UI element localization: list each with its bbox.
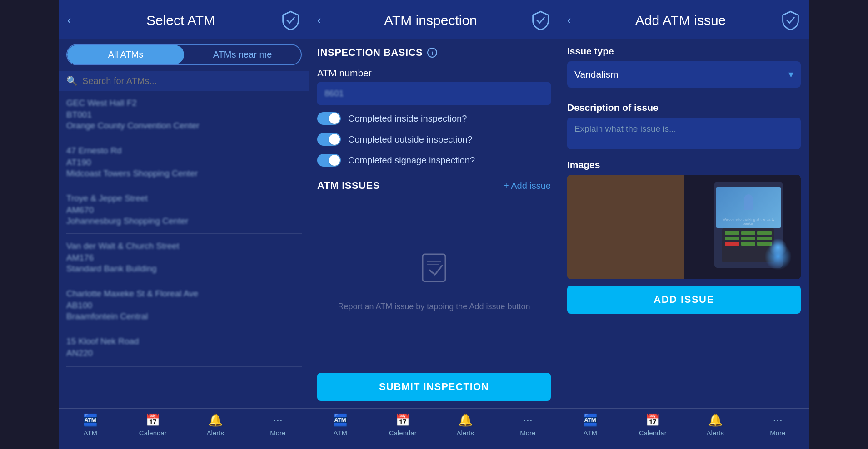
toggle-outside: Completed outside inspection? — [317, 133, 551, 146]
tab-atms-near-me[interactable]: ATMs near me — [184, 45, 301, 64]
atm-location: Midcoast Towers Shopping Center — [66, 168, 302, 178]
nav-more-label: More — [770, 429, 785, 437]
nav-more-label: More — [270, 429, 285, 437]
list-item[interactable]: GEC West Hall F2 BT001 Orange County Con… — [66, 91, 302, 138]
atm-number-label: ATM number — [309, 63, 559, 82]
keypad-btn — [725, 231, 739, 235]
atm-nav-icon: 🏧 — [83, 413, 98, 427]
back-button[interactable]: ‹ — [67, 13, 81, 27]
more-nav-icon: ··· — [273, 413, 283, 427]
shield-logo-icon — [780, 10, 801, 30]
nav-item-calendar[interactable]: 📅 Calendar — [372, 413, 434, 443]
atm-code: AM670 — [66, 205, 302, 215]
keypad-btn-red — [725, 242, 739, 246]
nav-item-alerts[interactable]: 🔔 Alerts — [184, 413, 247, 443]
list-item[interactable]: 15 Kloof Nek Road AN220 — [66, 329, 302, 367]
toggle-signage-switch[interactable] — [317, 154, 341, 167]
nav-item-atm[interactable]: 🏧 ATM — [309, 413, 372, 443]
nav-atm-label: ATM — [583, 429, 597, 437]
list-item[interactable]: Van der Walt & Church Street AM176 Stand… — [66, 234, 302, 281]
issue-type-dropdown[interactable]: Vandalism ▾ — [567, 61, 801, 88]
info-icon[interactable]: i — [427, 48, 437, 58]
toggle-knob — [329, 134, 340, 145]
list-item[interactable]: 47 Ernesto Rd AT190 Midcoast Towers Shop… — [66, 138, 302, 186]
empty-issues-state: Report an ATM issue by tapping the Add i… — [309, 197, 559, 365]
nav-item-atm[interactable]: 🏧 ATM — [59, 413, 122, 443]
search-bar: 🔍 — [59, 71, 309, 91]
screen-text: Welcome to banking at the party banker — [718, 217, 778, 226]
nav-item-alerts[interactable]: 🔔 Alerts — [434, 413, 497, 443]
nav-item-atm[interactable]: 🏧 ATM — [559, 413, 622, 443]
keypad-btn — [757, 231, 772, 235]
atm-number-field[interactable]: 8601 — [317, 82, 551, 105]
blue-glow-2 — [769, 238, 787, 257]
atm-code: AM176 — [66, 253, 302, 263]
search-icon: 🔍 — [66, 75, 78, 86]
atm-location: Braamfontein Central — [66, 311, 302, 321]
more-nav-icon: ··· — [523, 413, 533, 427]
toggle-knob — [329, 113, 340, 124]
atm-location: Standard Bank Building — [66, 264, 302, 274]
toggle-outside-switch[interactable] — [317, 133, 341, 146]
search-input[interactable] — [82, 76, 302, 86]
screen1-title: Select ATM — [81, 13, 280, 28]
alerts-nav-icon: 🔔 — [708, 413, 723, 427]
empty-issues-text: Report an ATM issue by tapping the Add i… — [338, 301, 530, 313]
nav-item-more[interactable]: ··· More — [497, 413, 559, 443]
atm-number-value: 8601 — [324, 89, 344, 98]
atm-list-container: GEC West Hall F2 BT001 Orange County Con… — [59, 91, 309, 408]
atm-code: BT001 — [66, 110, 302, 120]
bottom-nav: 🏧 ATM 📅 Calendar 🔔 Alerts ··· More — [309, 408, 559, 449]
atm-code: AN220 — [66, 348, 302, 358]
atm-name: 15 Kloof Nek Road — [66, 336, 302, 346]
nav-alerts-label: Alerts — [457, 429, 474, 437]
toggle-inside: Completed inside inspection? — [317, 112, 551, 125]
back-button[interactable]: ‹ — [567, 13, 581, 27]
toggle-outside-label: Completed outside inspection? — [348, 134, 473, 145]
keypad-btn — [725, 237, 739, 240]
nav-calendar-label: Calendar — [139, 429, 167, 437]
toggle-signage: Completed signage inspection? — [317, 154, 551, 167]
bottom-nav: 🏧 ATM 📅 Calendar 🔔 Alerts ··· More — [559, 408, 809, 449]
nav-item-calendar[interactable]: 📅 Calendar — [122, 413, 185, 443]
nav-item-alerts[interactable]: 🔔 Alerts — [684, 413, 747, 443]
chevron-down-icon: ▾ — [788, 69, 793, 80]
list-item[interactable]: Troye & Jeppe Street AM670 Johannesburg … — [66, 186, 302, 234]
list-item[interactable]: Charlotte Maxeke St & Floreal Ave AB100 … — [66, 281, 302, 329]
nav-alerts-label: Alerts — [207, 429, 224, 437]
nav-alerts-label: Alerts — [707, 429, 724, 437]
description-placeholder: Explain what the issue is... — [574, 124, 676, 133]
atm-name: 47 Ernesto Rd — [66, 146, 302, 156]
nav-item-more[interactable]: ··· More — [247, 413, 309, 443]
calendar-nav-icon: 📅 — [395, 413, 410, 427]
screen3-title: Add ATM issue — [581, 13, 780, 28]
nav-item-more[interactable]: ··· More — [747, 413, 809, 443]
tab-all-atms[interactable]: All ATMs — [67, 45, 184, 64]
description-field[interactable]: Explain what the issue is... — [567, 118, 801, 149]
keypad-btn — [741, 237, 756, 240]
atm-nav-icon: 🏧 — [583, 413, 598, 427]
nav-more-label: More — [520, 429, 535, 437]
add-issue-button[interactable]: ADD ISSUE — [567, 286, 801, 314]
tab-selector: All ATMs ATMs near me — [59, 39, 309, 71]
atm-name: Van der Walt & Church Street — [66, 241, 302, 251]
inspection-basics-section: INSPECTION BASICS i — [309, 39, 559, 63]
screen2-header: ‹ ATM inspection — [309, 0, 559, 39]
alerts-nav-icon: 🔔 — [458, 413, 473, 427]
toggle-knob — [329, 155, 340, 166]
add-issue-button[interactable]: + Add issue — [504, 181, 551, 191]
description-label: Description of issue — [567, 102, 801, 113]
atm-screen-person — [744, 194, 753, 210]
dropdown-value: Vandalism — [574, 69, 619, 80]
atm-image: Welcome to banking at the party banker — [567, 175, 801, 279]
nav-atm-label: ATM — [83, 429, 97, 437]
submit-inspection-button[interactable]: SUBMIT INSPECTION — [317, 373, 551, 401]
toggle-inside-switch[interactable] — [317, 112, 341, 125]
nav-calendar-label: Calendar — [389, 429, 417, 437]
back-button[interactable]: ‹ — [317, 13, 331, 27]
shield-logo-icon — [530, 10, 551, 30]
keypad-btn — [741, 231, 756, 235]
nav-item-calendar[interactable]: 📅 Calendar — [622, 413, 684, 443]
atm-name: Charlotte Maxeke St & Floreal Ave — [66, 289, 302, 299]
screen3-add-atm-issue: ‹ Add ATM issue Issue type Vandalism ▾ D… — [559, 0, 809, 449]
